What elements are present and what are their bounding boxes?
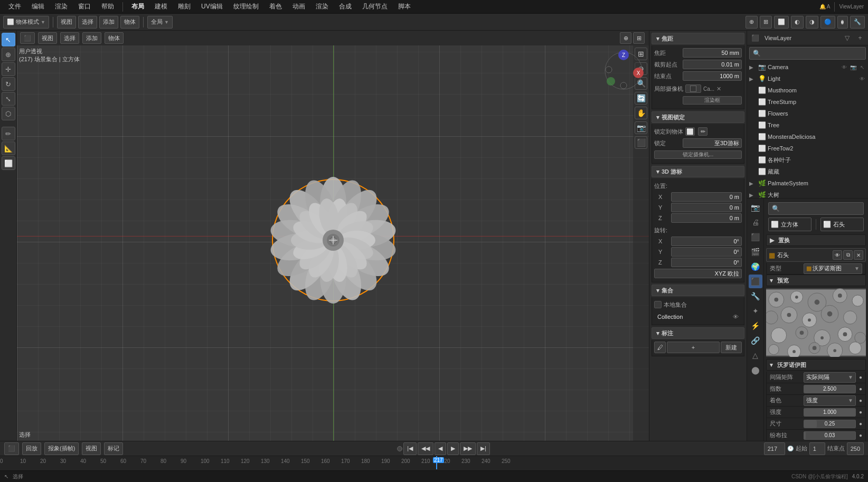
menu-edit[interactable]: 编辑	[27, 1, 49, 12]
lock-obj-picker[interactable]: ✏	[698, 127, 707, 136]
strength-slider[interactable]: 1.000	[804, 408, 856, 417]
outliner-item-freetow2[interactable]: ⬜ FreeTow2	[747, 143, 868, 154]
prev-keyframe-btn[interactable]: ◀	[435, 442, 446, 455]
tool-rotate[interactable]: ↻	[2, 77, 15, 91]
stone-data-item[interactable]: ⬜ 石头	[820, 218, 864, 231]
tool-scale[interactable]: ⤡	[2, 92, 15, 106]
rot-mode-dropdown[interactable]: XYZ 欧拉	[654, 269, 742, 278]
clip-end-value[interactable]: 1000 m	[683, 71, 742, 81]
outliner-item-palmatesystem[interactable]: ▶ 🌿 PalmateSystem	[747, 177, 868, 189]
workspace-geonodes[interactable]: 几何节点	[358, 1, 392, 12]
props-world-icon[interactable]: 🌍	[749, 260, 762, 273]
viewport-3d[interactable]: ⬛ 视图 选择 添加 物体 ⊕ ⊞	[17, 31, 649, 441]
exponent-slider[interactable]: 2.500	[804, 385, 856, 393]
tex-eye-btn[interactable]: 👁	[833, 250, 842, 260]
outliner-item-tree[interactable]: ⬜ Tree	[747, 119, 868, 131]
proportional-btn[interactable]: ⧯	[837, 16, 848, 29]
randomness-slider[interactable]: 0.03	[804, 431, 856, 440]
vp-tool-4[interactable]: 🔄	[635, 92, 647, 105]
workspace-texture-paint[interactable]: 纹理绘制	[229, 1, 263, 12]
outliner-search-input[interactable]	[763, 50, 862, 56]
annotation-gp-icon[interactable]: 🖊	[654, 342, 666, 353]
type-dropdown[interactable]: ▦ 沃罗诺斯图 ▼	[804, 263, 862, 274]
next-keyframe-btn[interactable]: ▶▶	[460, 442, 476, 455]
rot-z-field[interactable]: 0°	[671, 258, 742, 267]
workspace-scripting[interactable]: 脚本	[394, 1, 415, 12]
shading-btn4[interactable]: 🔵	[820, 16, 835, 29]
outliner-item-leaves[interactable]: ⬜ 各种叶子	[747, 154, 868, 166]
preview-header[interactable]: ▾ 预览	[766, 275, 866, 286]
vp-overlay-toggle[interactable]: ⊕	[620, 32, 631, 44]
marker-btn[interactable]: 标记	[104, 442, 123, 455]
props-search-input[interactable]	[782, 205, 860, 212]
jump-start-btn[interactable]: |◀	[403, 442, 417, 455]
annotation-add-btn[interactable]: +	[667, 342, 720, 353]
props-constraints-icon[interactable]: 🔗	[749, 334, 762, 347]
props-scene-icon[interactable]: 🎬	[749, 245, 762, 259]
workspace-animation[interactable]: 动画	[288, 1, 309, 12]
outliner-add-icon[interactable]: +	[854, 32, 866, 44]
tool-annotate[interactable]: ✏	[2, 127, 15, 140]
distance-dropdown[interactable]: 实际间隔 ▼	[804, 372, 856, 383]
nav-gizmo-area[interactable]: Z X	[602, 50, 645, 93]
current-frame-field[interactable]: 217	[764, 442, 785, 455]
render-frame-checkbox[interactable]: 渲染框	[683, 96, 742, 105]
vp-tool-5[interactable]: ✋	[635, 107, 647, 119]
workspace-uv[interactable]: UV编辑	[197, 1, 227, 12]
tool-cursor[interactable]: ⊕	[2, 48, 15, 61]
outliner-item-mushroom[interactable]: ⬜ Musthroom	[747, 84, 868, 96]
prev-frame-btn[interactable]: ◀◀	[418, 442, 433, 455]
voronoi-section-header[interactable]: ▾ 沃罗诺伊图	[766, 359, 866, 371]
tool-select[interactable]: ↖	[2, 33, 15, 46]
shading-btn3[interactable]: ◑	[806, 16, 818, 29]
outliner-item-flowers[interactable]: ⬜ Flowers	[747, 108, 868, 119]
props-object-icon[interactable]: ⬛	[749, 275, 762, 288]
tex-copy-btn[interactable]: ⧉	[843, 250, 853, 260]
menu-file[interactable]: 文件	[4, 1, 25, 12]
focal-value[interactable]: 50 mm	[683, 48, 742, 58]
menu-help[interactable]: 帮助	[97, 1, 118, 12]
object-menu-btn[interactable]: 物体	[120, 16, 139, 29]
vp-gizmo-toggle[interactable]: ⊞	[633, 32, 645, 44]
workspace-sculpt[interactable]: 雕刻	[174, 1, 195, 12]
outliner-item-zangzang[interactable]: ⬜ 藏藏	[747, 166, 868, 177]
workspace-composite[interactable]: 合成	[335, 1, 356, 12]
lock-obj-checkbox[interactable]: ⬜	[685, 127, 695, 136]
displacement-header[interactable]: ▶ 置换	[766, 234, 866, 246]
local-coll-checkbox[interactable]	[654, 301, 662, 308]
overlay-btn[interactable]: ⊕	[746, 16, 758, 29]
menu-window[interactable]: 窗口	[74, 1, 95, 12]
play-btn[interactable]: ▶	[447, 442, 459, 455]
workspace-shade[interactable]: 着色	[265, 1, 286, 12]
tool-measure[interactable]: 📐	[2, 141, 15, 155]
workspace-render-ws[interactable]: 渲染	[312, 1, 333, 12]
interpolation-btn[interactable]: 报象(插帧)	[44, 442, 79, 455]
shading-btn1[interactable]: ⬜	[774, 16, 789, 29]
outliner-item-monstera[interactable]: ⬜ MonsteraDeliciosa	[747, 131, 868, 143]
tex-delete-btn[interactable]: ✕	[854, 250, 863, 260]
color-dropdown[interactable]: 强度 ▼	[804, 395, 856, 406]
n-section-viewlock[interactable]: ▾ 视图锁定	[652, 111, 744, 123]
flower-3d-object[interactable]	[259, 162, 407, 310]
workspace-layout[interactable]: 布局	[127, 1, 148, 12]
vp-editor-type[interactable]: ⬛	[20, 32, 35, 44]
lock-value[interactable]: 至3D游标	[683, 138, 742, 148]
rot-y-field[interactable]: 0°	[671, 247, 742, 257]
outliner-type-icon[interactable]: ⬛	[749, 32, 761, 44]
lock-cam-btn[interactable]: 锁定摄像机...	[654, 150, 742, 159]
rot-x-field[interactable]: 0°	[671, 237, 742, 246]
props-output-icon[interactable]: 🖨	[749, 215, 762, 229]
outliner-item-treestump[interactable]: ⬜ TreeStump	[747, 96, 868, 108]
frame-ruler[interactable]: 0 10 20 30 40 50 60 70 80 90 100 110 120…	[0, 456, 868, 470]
outliner-item-camera[interactable]: ▶ 📷 Camera 👁 📷 ↖	[747, 61, 868, 73]
jump-end-btn[interactable]: ▶|	[477, 442, 490, 455]
outliner-item-light[interactable]: ▶ 💡 Light 👁	[747, 73, 868, 84]
gizmo-btn[interactable]: ⊞	[760, 16, 772, 29]
view-menu-btn[interactable]: 视图	[57, 16, 76, 29]
vp-add-menu[interactable]: 添加	[82, 32, 101, 44]
n-section-collection[interactable]: ▾ 集合	[652, 285, 744, 296]
vp-tool-7[interactable]: ⬛	[635, 136, 647, 149]
clip-start-value[interactable]: 0.01 m	[683, 60, 742, 69]
global-selector[interactable]: 全局 ▼	[147, 16, 173, 29]
props-render-icon[interactable]: 📷	[749, 201, 762, 214]
